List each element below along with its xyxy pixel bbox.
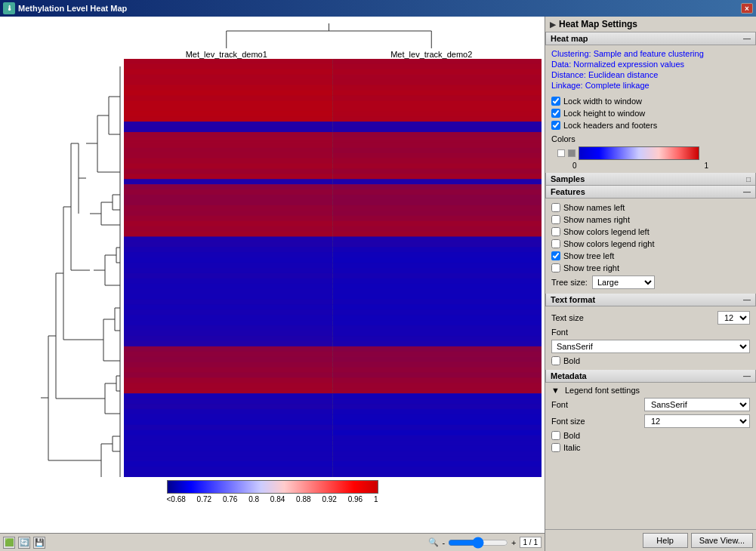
- tree-size-row: Tree size: Large Small Medium Extra Larg…: [551, 274, 750, 291]
- status-icon-3[interactable]: 💾: [33, 537, 45, 549]
- heatmap-section-label: Heat map: [551, 34, 588, 43]
- legend-color-bar: [167, 480, 378, 494]
- legend-italic-checkbox[interactable]: [551, 443, 560, 452]
- legend-font-title: ▼ Legend font settings: [551, 386, 750, 395]
- settings-panel: ▶ Heat Map Settings Heat map — Clusterin…: [545, 17, 756, 551]
- zoom-minus[interactable]: -: [442, 538, 445, 547]
- show-colors-legend-left-checkbox[interactable]: [551, 227, 560, 236]
- colors-label: Colors: [551, 131, 750, 146]
- linkage-info[interactable]: Linkage: Complete linkage: [551, 80, 750, 91]
- features-section-content: Show names left Show names right Show co…: [545, 199, 756, 294]
- font-select[interactable]: SansSerif Serif Monospaced: [551, 340, 750, 353]
- text-format-label: Text format: [551, 295, 595, 304]
- text-size-label: Text size: [551, 313, 584, 322]
- status-icon-2[interactable]: 🔄: [18, 537, 30, 549]
- legend-area: <0.68 0.72 0.76 0.8 0.84 0.88 0.92 0.96 …: [3, 477, 542, 530]
- show-names-left-checkbox[interactable]: [551, 203, 560, 212]
- lock-height-checkbox[interactable]: [551, 109, 560, 118]
- legend-font-size-select[interactable]: 12 8 10 14 16: [644, 414, 750, 428]
- lock-headers-checkbox[interactable]: [551, 121, 560, 130]
- legend-labels: <0.68 0.72 0.76 0.8 0.84 0.88 0.92 0.96 …: [167, 495, 378, 503]
- show-names-right-row: Show names right: [551, 214, 750, 226]
- legend-font-select[interactable]: SansSerif Serif Monospaced: [644, 398, 750, 411]
- page-indicator: 1 / 1: [520, 537, 542, 548]
- legend-bold-row: Bold: [551, 429, 750, 442]
- show-names-left-label: Show names left: [563, 203, 625, 212]
- data-info[interactable]: Data: Normalized expression values: [551, 59, 750, 69]
- features-section-header[interactable]: Features —: [545, 186, 756, 199]
- status-icon-1[interactable]: 🟩: [3, 537, 15, 549]
- bottom-buttons: Help Save View...: [545, 529, 756, 551]
- heatmap-grid[interactable]: [124, 59, 542, 477]
- show-names-right-label: Show names right: [563, 215, 630, 224]
- show-tree-right-checkbox[interactable]: [551, 263, 560, 272]
- settings-title: Heat Map Settings: [559, 19, 637, 29]
- lock-headers-row: Lock headers and footers: [551, 119, 750, 131]
- color-white-indicator: [557, 149, 565, 157]
- title-bar: 🌡 Methylation Level Heat Map ×: [0, 0, 756, 17]
- text-size-select[interactable]: 12 8 10 14 16: [717, 311, 750, 325]
- main-content: Met_lev_track_demo1 Met_lev_track_demo2: [0, 17, 756, 551]
- distance-info[interactable]: Distance: Euclidean distance: [551, 69, 750, 80]
- tree-size-label: Tree size:: [551, 278, 588, 287]
- lock-width-row: Lock width to window: [551, 95, 750, 107]
- settings-header: ▶ Heat Map Settings: [545, 17, 756, 32]
- status-left: 🟩 🔄 💾: [3, 537, 45, 549]
- lock-headers-label: Lock headers and footers: [563, 121, 657, 130]
- legend-font-row: Font SansSerif Serif Monospaced: [551, 396, 750, 413]
- features-section-label: Features: [551, 187, 585, 196]
- track1-label: Met_lev_track_demo1: [124, 50, 329, 59]
- clustering-info[interactable]: Clustering: Sample and feature clusterin…: [551, 48, 750, 59]
- text-format-section-header[interactable]: Text format —: [545, 294, 756, 306]
- metadata-section-header[interactable]: Metadata —: [545, 370, 756, 383]
- track2-label: Met_lev_track_demo2: [329, 50, 535, 59]
- heatmap-canvas: [124, 59, 542, 477]
- show-colors-legend-right-checkbox[interactable]: [551, 239, 560, 248]
- color-max: 1: [704, 162, 708, 170]
- lock-width-label: Lock width to window: [563, 97, 642, 106]
- text-size-row: Text size 12 8 10 14 16: [551, 309, 750, 326]
- save-view-button[interactable]: Save View...: [691, 533, 753, 548]
- metadata-collapse-icon: —: [743, 372, 751, 380]
- lock-width-checkbox[interactable]: [551, 97, 560, 106]
- close-button[interactable]: ×: [741, 3, 753, 14]
- tree-size-select[interactable]: Large Small Medium Extra Large: [592, 276, 655, 289]
- bold-label: Bold: [563, 356, 580, 365]
- show-names-left-row: Show names left: [551, 202, 750, 214]
- legend-italic-row: Italic: [551, 442, 750, 454]
- lock-height-row: Lock height to window: [551, 107, 750, 119]
- app-icon: 🌡: [3, 2, 15, 14]
- show-colors-legend-right-row: Show colors legend right: [551, 238, 750, 250]
- text-format-content: Text size 12 8 10 14 16 Font SansSerif S…: [545, 306, 756, 370]
- features-collapse-icon: —: [743, 188, 751, 196]
- color-gradient[interactable]: [579, 146, 699, 160]
- show-tree-left-label: Show tree left: [563, 251, 614, 260]
- samples-section-header[interactable]: Samples □: [545, 173, 756, 186]
- show-tree-right-label: Show tree right: [563, 263, 619, 272]
- color-min: 0: [572, 162, 577, 170]
- show-tree-right-row: Show tree right: [551, 262, 750, 274]
- bold-checkbox[interactable]: [551, 356, 560, 365]
- zoom-slider[interactable]: [448, 538, 508, 547]
- show-names-right-checkbox[interactable]: [551, 215, 560, 224]
- legend-font-size-label: Font size: [551, 417, 585, 426]
- left-dendrogram: [3, 59, 124, 477]
- help-button[interactable]: Help: [643, 533, 688, 548]
- zoom-plus[interactable]: +: [511, 538, 516, 547]
- status-bar: 🟩 🔄 💾 🔍 - + 1 / 1: [0, 533, 545, 551]
- legend-font-size-row: Font size 12 8 10 14 16: [551, 413, 750, 429]
- heatmap-main: [3, 59, 542, 477]
- heatmap-collapse-icon: —: [743, 35, 751, 43]
- samples-collapse-icon: □: [746, 175, 751, 183]
- legend-bold-label: Bold: [563, 431, 580, 440]
- show-tree-left-checkbox[interactable]: [551, 251, 560, 260]
- legend-italic-label: Italic: [563, 443, 581, 452]
- legend-bold-checkbox[interactable]: [551, 431, 560, 440]
- heatmap-section-header[interactable]: Heat map —: [545, 32, 756, 45]
- metadata-label: Metadata: [551, 371, 587, 380]
- show-tree-left-row: Show tree left: [551, 250, 750, 262]
- samples-section-label: Samples: [551, 174, 585, 183]
- color-gray-indicator: [568, 149, 575, 157]
- main-window: 🌡 Methylation Level Heat Map ×: [0, 0, 756, 551]
- bold-row: Bold: [551, 355, 750, 367]
